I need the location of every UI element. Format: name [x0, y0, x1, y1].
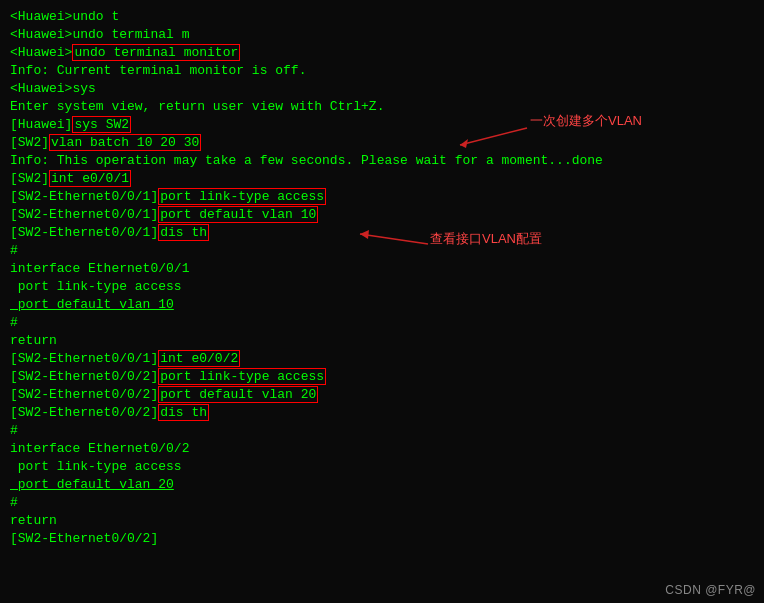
terminal-line-l16: port link-type access — [10, 278, 754, 296]
terminal-line-l4: Info: Current terminal monitor is off. — [10, 62, 754, 80]
terminal-line-l9: Info: This operation may take a few seco… — [10, 152, 754, 170]
watermark: CSDN @FYR@ — [665, 583, 756, 597]
terminal-line-l3: <Huawei>undo terminal monitor — [10, 44, 754, 62]
terminal-line-l14: # — [10, 242, 754, 260]
terminal-line-l28: port default vlan 20 — [10, 476, 754, 494]
terminal-line-l12: [SW2-Ethernet0/0/1]port default vlan 10 — [10, 206, 754, 224]
terminal-line-l13: [SW2-Ethernet0/0/1]dis th — [10, 224, 754, 242]
terminal-line-l11: [SW2-Ethernet0/0/1]port link-type access — [10, 188, 754, 206]
annotation-vlan-check: 查看接口VLAN配置 — [430, 230, 542, 248]
terminal-line-l21: [SW2-Ethernet0/0/1]int e0/0/2 — [10, 350, 754, 368]
terminal-line-l23: [SW2-Ethernet0/0/2]port default vlan 20 — [10, 386, 754, 404]
terminal-line-l15: interface Ethernet0/0/1 — [10, 260, 754, 278]
terminal-line-l5: <Huawei>sys — [10, 80, 754, 98]
terminal-line-l27: port link-type access — [10, 458, 754, 476]
terminal-line-l7: [Huawei]sys SW2 — [10, 116, 754, 134]
terminal-line-l26: interface Ethernet0/0/2 — [10, 440, 754, 458]
terminal-line-l10: [SW2]int e0/0/1 — [10, 170, 754, 188]
terminal-line-l25: # — [10, 422, 754, 440]
terminal-line-l1: <Huawei>undo t — [10, 8, 754, 26]
terminal-line-l18: # — [10, 314, 754, 332]
terminal-line-l29: # — [10, 494, 754, 512]
terminal-line-l20: return — [10, 332, 754, 350]
terminal-window: <Huawei>undo t<Huawei>undo terminal m<Hu… — [0, 0, 764, 603]
terminal-line-l8: [SW2]vlan batch 10 20 30 — [10, 134, 754, 152]
terminal-line-l31: return — [10, 512, 754, 530]
terminal-line-l2: <Huawei>undo terminal m — [10, 26, 754, 44]
terminal-line-l22: [SW2-Ethernet0/0/2]port link-type access — [10, 368, 754, 386]
terminal-line-l17: port default vlan 10 — [10, 296, 754, 314]
terminal-line-l32: [SW2-Ethernet0/0/2] — [10, 530, 754, 548]
terminal-output: <Huawei>undo t<Huawei>undo terminal m<Hu… — [10, 8, 754, 548]
annotation-vlan-create: 一次创建多个VLAN — [530, 112, 642, 130]
terminal-line-l24: [SW2-Ethernet0/0/2]dis th — [10, 404, 754, 422]
terminal-line-l6: Enter system view, return user view with… — [10, 98, 754, 116]
